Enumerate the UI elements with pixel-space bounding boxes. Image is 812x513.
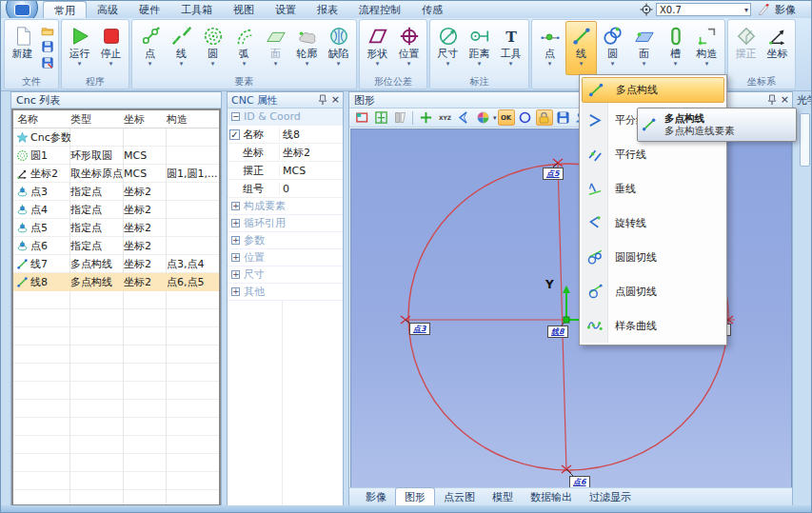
cnc-row-Cnc参数[interactable]: Cnc参数	[13, 128, 219, 147]
gfx-tool-select-arrow[interactable]	[455, 109, 472, 126]
point-item-icon	[16, 240, 29, 252]
gfx-tool-circle-select[interactable]	[517, 109, 534, 126]
properties-section-5[interactable]: +其他	[228, 284, 343, 301]
ribbon-button-run[interactable]: 运行▾	[64, 21, 95, 75]
ribbon-button-point[interactable]: 点▾	[134, 21, 166, 75]
view-tab-graphic[interactable]: 图形	[395, 487, 435, 506]
column-header-0: 名称	[13, 112, 70, 127]
menu-item-perpendicular-line[interactable]: 垂线	[582, 171, 724, 206]
ribbon-button-tool[interactable]: T工具▾	[495, 21, 526, 75]
properties-section-4[interactable]: +尺寸	[228, 266, 343, 284]
menu-item-rotate-line[interactable]: 旋转线	[582, 206, 724, 240]
view-tab-filter[interactable]: 过滤显示	[581, 488, 640, 506]
properties-section-id-coord[interactable]: −ID & Coord	[228, 109, 343, 126]
pen-mode-icon[interactable]	[757, 3, 770, 16]
ribbon-button-position[interactable]: 位置▾	[393, 21, 425, 75]
gfx-tool-ok[interactable]: OK	[498, 109, 515, 126]
ribbon-button-construct-build[interactable]: 构造▾	[691, 21, 723, 75]
ribbon-small-button-open[interactable]	[39, 22, 55, 38]
fit-view-icon	[374, 110, 388, 125]
gfx-tool-flip-view[interactable]	[391, 109, 408, 126]
ribbon-tab-report[interactable]: 报表	[307, 1, 348, 18]
gfx-tool-xyz[interactable]: XYZ	[436, 109, 453, 126]
properties-section-3[interactable]: +位置	[228, 249, 343, 266]
cnc-list-table[interactable]: 名称类型坐标构造Cnc参数圆1环形取圆MCS坐标2取坐标原点MCS圆1,圆1,.…	[11, 109, 221, 506]
gfx-tool-color-wheel[interactable]	[474, 109, 491, 126]
field-value[interactable]: 坐标2	[279, 146, 343, 160]
ribbon-button-distance[interactable]: 距离▾	[464, 21, 495, 75]
xyz-icon: XYZ	[438, 110, 452, 125]
gfx-tool-lock[interactable]	[536, 109, 553, 126]
label-line8[interactable]: 线8	[547, 326, 568, 338]
ribbon-button-arc[interactable]: 弧▾	[228, 21, 260, 75]
label-point3[interactable]: 点3	[409, 323, 430, 335]
menu-item-point-circle-tangent[interactable]: 点圆切线	[582, 274, 724, 308]
ribbon-button-profile[interactable]: 轮廓▾	[291, 21, 323, 75]
cnc-row-线7[interactable]: 线7多点构线坐标2点3,点4	[13, 255, 219, 273]
ribbon-tab-hardware[interactable]: 硬件	[129, 1, 170, 18]
menu-item-parallel-line[interactable]: 平行线	[582, 137, 724, 171]
ribbon-tab-view[interactable]: 视图	[223, 1, 265, 18]
ribbon-button-construct-line[interactable]: 线▾	[565, 21, 597, 75]
ribbon-button-construct-slot[interactable]: 槽▾	[660, 21, 691, 75]
properties-section-2[interactable]: +参数	[228, 232, 343, 249]
properties-section-0[interactable]: +构成要素	[228, 198, 343, 215]
align-icon	[735, 24, 758, 49]
menu-item-circle-circle-tangent[interactable]: 圆圆切线	[582, 240, 724, 274]
close-icon[interactable]: ×	[781, 94, 789, 106]
gfx-tool-add-point[interactable]	[417, 109, 434, 126]
cnc-row-圆1[interactable]: 圆1环形取圆MCS	[13, 147, 219, 165]
properties-section-1[interactable]: +循环引用	[228, 215, 343, 232]
cnc-row-点5[interactable]: 点5指定点坐标2	[13, 219, 219, 237]
cnc-row-点6[interactable]: 点6指定点坐标2	[13, 237, 219, 255]
ribbon-small-button-save[interactable]	[39, 38, 55, 54]
ribbon-small-button-save-as[interactable]	[39, 54, 55, 70]
menu-item-spline[interactable]: 样条曲线	[582, 308, 724, 343]
magnification-combo[interactable]: X0.7 ▾	[656, 3, 751, 16]
ribbon-button-shape[interactable]: 形状▾	[362, 21, 393, 75]
label-point5[interactable]: 点5	[543, 168, 564, 180]
view-tab-image[interactable]: 影像	[357, 488, 395, 506]
checkbox[interactable]: ✓	[229, 129, 240, 140]
ribbon-button-new[interactable]: 新建	[7, 21, 38, 75]
gfx-tool-zoom-window[interactable]	[353, 109, 370, 126]
cnc-row-点3[interactable]: 点3指定点坐标2	[13, 183, 219, 201]
gfx-tool-save-view[interactable]	[555, 109, 572, 126]
ribbon-button-coordinate[interactable]: 坐标	[762, 21, 793, 75]
close-icon[interactable]: ×	[331, 94, 340, 106]
ribbon-button-circle[interactable]: 圆▾	[197, 21, 228, 75]
property-field-0: ✓名称线8	[228, 126, 343, 144]
ribbon-tab-home[interactable]: 常用	[43, 1, 87, 18]
ribbon-tab-settings[interactable]: 设置	[265, 1, 307, 18]
ribbon-tab-flow-control[interactable]: 流程控制	[348, 1, 411, 18]
view-tab-pointcloud[interactable]: 点云图	[435, 488, 484, 506]
ribbon-button-defect[interactable]: 缺陷▾	[323, 21, 354, 75]
cnc-row-线8[interactable]: 线8多点构线坐标2点6,点5	[13, 273, 219, 291]
status-bar	[1, 505, 812, 512]
collapsed-panel-handle[interactable]	[800, 113, 810, 167]
ribbon-button-construct-circle[interactable]: 圆▾	[597, 21, 628, 75]
cnc-row-点4[interactable]: 点4指定点坐标2	[13, 201, 219, 219]
ribbon-button-construct-point[interactable]: 点▾	[534, 21, 565, 75]
field-value[interactable]: 0	[279, 183, 343, 195]
ribbon-button-plane[interactable]: 面▾	[260, 21, 291, 75]
field-value[interactable]: MCS	[279, 165, 343, 177]
field-value[interactable]: 线8	[279, 128, 343, 142]
ribbon-button-dimension[interactable]: 尺寸▾	[432, 21, 464, 75]
menu-tooltip: 多点构线 多点构造线要素	[637, 108, 797, 142]
ribbon-button-align[interactable]: 摆正	[730, 21, 762, 75]
view-tab-model[interactable]: 模型	[484, 488, 522, 506]
gfx-tool-fit-view[interactable]	[372, 109, 389, 126]
cnc-row-坐标2[interactable]: 坐标2取坐标原点MCS圆1,圆1,...	[13, 165, 219, 183]
ribbon-button-line[interactable]: 线▾	[166, 21, 197, 75]
ribbon-tab-advanced[interactable]: 高级	[87, 1, 129, 18]
pin-icon[interactable]	[767, 94, 777, 106]
ribbon-button-stop[interactable]: 停止▾	[95, 21, 127, 75]
menu-item-multipoint-line[interactable]: 多点构线	[582, 77, 724, 103]
ribbon-button-construct-plane[interactable]: 面▾	[628, 21, 660, 75]
ribbon-tab-sensor[interactable]: 传感	[411, 1, 453, 18]
optics-panel-tab[interactable]: 光学	[797, 93, 812, 108]
pin-icon[interactable]	[318, 94, 327, 106]
ribbon-tab-toolbox[interactable]: 工具箱	[170, 1, 223, 18]
view-tab-dataout[interactable]: 数据输出	[522, 488, 581, 506]
